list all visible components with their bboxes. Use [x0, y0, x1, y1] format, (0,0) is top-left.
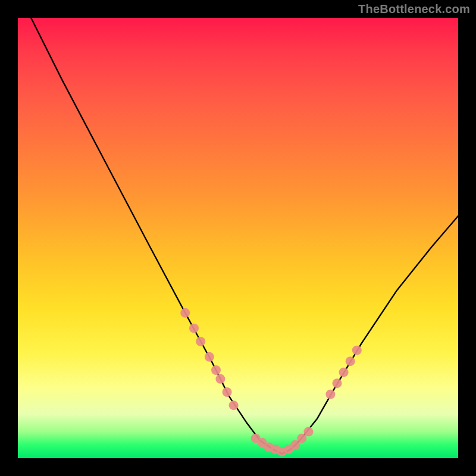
marker-dot	[339, 368, 349, 377]
chart-stage: TheBottleneck.com	[0, 0, 476, 476]
marker-dot	[325, 390, 335, 399]
marker-dot	[277, 447, 287, 456]
marker-dot	[297, 434, 306, 443]
marker-dot	[346, 356, 355, 366]
marker-dot	[196, 337, 205, 346]
marker-dot	[205, 352, 214, 362]
marker-dot	[333, 378, 342, 388]
plot-area	[18, 18, 458, 458]
marker-dot	[180, 308, 190, 318]
chart-svg	[18, 18, 458, 458]
watermark-text: TheBottleneck.com	[358, 2, 470, 16]
marker-dot	[211, 365, 221, 375]
marker-dot	[303, 427, 313, 437]
marker-dot	[251, 434, 261, 443]
marker-dot	[264, 443, 274, 452]
marker-dot	[229, 400, 239, 410]
bottleneck-curve	[31, 18, 458, 454]
marker-dot	[223, 387, 232, 397]
marker-dot	[189, 324, 199, 333]
marker-dot	[290, 440, 300, 450]
marker-dot	[352, 346, 362, 355]
marker-dot	[271, 444, 280, 454]
marker-dot	[258, 438, 267, 447]
marker-dot	[284, 444, 293, 454]
marker-dot	[215, 374, 225, 384]
marker-layer	[180, 308, 362, 456]
